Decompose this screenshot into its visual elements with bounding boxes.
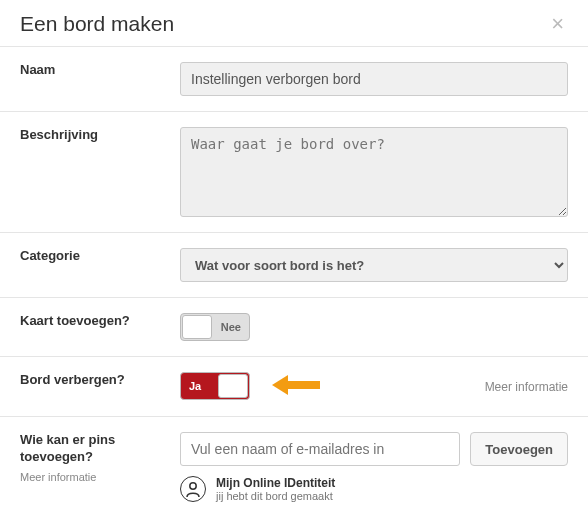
create-board-modal: Een bord maken × Naam Beschrijving Categ… <box>0 0 588 512</box>
name-label: Naam <box>20 62 180 96</box>
hide-board-toggle-text: Ja <box>189 380 201 392</box>
modal-header: Een bord maken × <box>0 0 588 46</box>
collaborator-input[interactable] <box>180 432 460 466</box>
collaborators-label-text: Wie kan er pins toevoegen? <box>20 432 115 464</box>
add-collaborator-button[interactable]: Toevoegen <box>470 432 568 466</box>
add-map-label: Kaart toevoegen? <box>20 313 180 341</box>
name-row: Naam <box>0 46 588 111</box>
toggle-knob <box>182 315 212 339</box>
creator-info: Mijn Online IDentiteit jij hebt dit bord… <box>180 476 568 502</box>
collaborators-label: Wie kan er pins toevoegen? Meer informat… <box>20 432 180 502</box>
description-label: Beschrijving <box>20 127 180 217</box>
svg-marker-0 <box>272 375 288 395</box>
description-row: Beschrijving <box>0 111 588 232</box>
modal-title: Een bord maken <box>20 12 174 36</box>
toggle-knob <box>218 374 248 398</box>
hide-board-row: Bord verbergen? Ja Meer informatie <box>0 356 588 416</box>
add-map-toggle[interactable]: Nee <box>180 313 250 341</box>
name-input[interactable] <box>180 62 568 96</box>
close-button[interactable]: × <box>547 13 568 35</box>
add-map-toggle-text: Nee <box>221 321 241 333</box>
hide-board-toggle[interactable]: Ja <box>180 372 250 400</box>
arrow-icon <box>272 372 320 401</box>
category-row: Categorie Wat voor soort bord is het? <box>0 232 588 297</box>
collaborators-row: Wie kan er pins toevoegen? Meer informat… <box>0 416 588 512</box>
close-icon: × <box>551 11 564 36</box>
category-label: Categorie <box>20 248 180 282</box>
collaborators-more-info[interactable]: Meer informatie <box>20 470 180 484</box>
creator-sub: jij hebt dit bord gemaakt <box>216 490 335 502</box>
hide-board-label: Bord verbergen? <box>20 372 180 401</box>
avatar-icon <box>180 476 206 502</box>
svg-point-2 <box>190 483 196 489</box>
hide-board-more-info[interactable]: Meer informatie <box>485 380 568 394</box>
add-map-row: Kaart toevoegen? Nee <box>0 297 588 356</box>
description-textarea[interactable] <box>180 127 568 217</box>
category-select[interactable]: Wat voor soort bord is het? <box>180 248 568 282</box>
svg-rect-1 <box>287 381 320 389</box>
creator-name: Mijn Online IDentiteit <box>216 476 335 490</box>
creator-text: Mijn Online IDentiteit jij hebt dit bord… <box>216 476 335 502</box>
